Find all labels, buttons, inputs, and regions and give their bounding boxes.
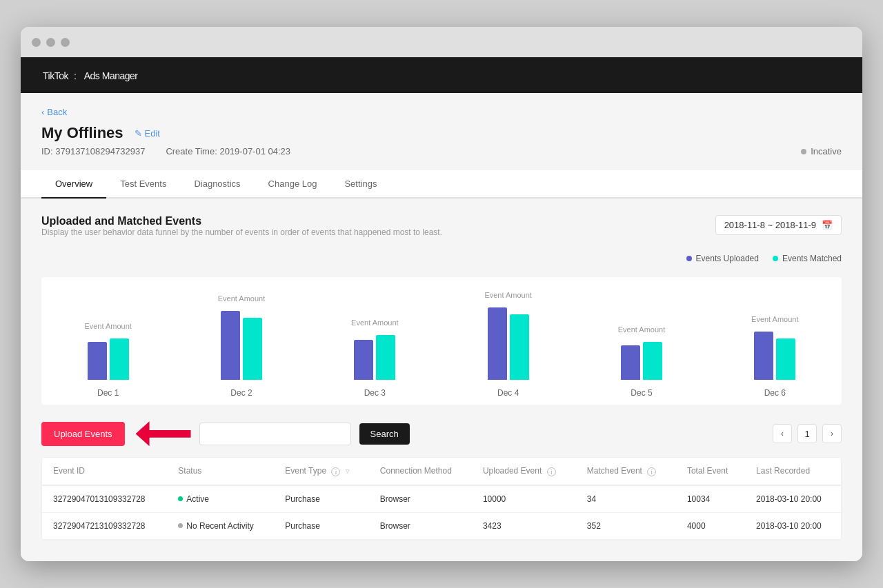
- chart-area: Event Amount Dec 1 Event Amount Dec 2 Ev…: [41, 277, 842, 405]
- chart-col-label-dec1: Event Amount: [84, 322, 132, 330]
- table-header-row: Event ID Status Event Type i ▿ Connectio…: [42, 458, 841, 485]
- status-label: Incative: [811, 146, 842, 156]
- bar-uploaded-dec1: [88, 342, 107, 380]
- chart-col-label-dec5: Event Amount: [618, 325, 666, 334]
- main-content: ‹ Back My Offlines ✎ Edit ID: 3791371082…: [21, 93, 862, 560]
- events-table: Event ID Status Event Type i ▿ Connectio…: [41, 457, 842, 540]
- day-label-dec1: Dec 1: [97, 388, 119, 398]
- inactive-dot-icon: [178, 523, 183, 528]
- cell-status-2: No Recent Activity: [167, 512, 274, 539]
- legend-uploaded-dot: [686, 256, 692, 261]
- topbar: TikTok: Ads Manager: [21, 57, 862, 93]
- app-window: TikTok: Ads Manager ‹ Back My Offlines ✎…: [21, 27, 862, 560]
- minimize-button[interactable]: [46, 38, 55, 47]
- cell-matched-2: 352: [576, 512, 676, 539]
- table-toolbar: Upload Events Search ‹ 1 ›: [41, 421, 842, 446]
- back-chevron-icon: ‹: [41, 107, 44, 117]
- bar-uploaded-dec6: [754, 332, 773, 380]
- page-meta: ID: 379137108294732937 Create Time: 2019…: [41, 146, 842, 156]
- page-title: My Offlines: [41, 124, 123, 142]
- page-meta-info: ID: 379137108294732937 Create Time: 2019…: [41, 146, 290, 156]
- day-label-dec3: Dec 3: [364, 388, 386, 398]
- cell-uploaded-1: 10000: [472, 485, 576, 513]
- chart-col-label-dec3: Event Amount: [351, 318, 399, 327]
- tab-diagnostics[interactable]: Diagnostics: [180, 170, 254, 199]
- bar-uploaded-dec3: [354, 340, 373, 380]
- status-badge: Incative: [801, 146, 842, 156]
- page-id: ID: 379137108294732937: [41, 146, 145, 156]
- chart-col-dec5: Event Amount Dec 5: [575, 325, 708, 398]
- bars-dec2: [221, 311, 262, 380]
- th-uploaded-event: Uploaded Event i: [472, 458, 576, 485]
- legend-matched: Events Matched: [773, 254, 842, 263]
- tab-settings[interactable]: Settings: [330, 170, 390, 199]
- tab-overview[interactable]: Overview: [41, 170, 106, 199]
- tab-test-events[interactable]: Test Events: [106, 170, 180, 199]
- bars-dec6: [754, 332, 795, 380]
- bar-matched-dec1: [110, 338, 129, 380]
- cell-total-2: 4000: [676, 512, 745, 539]
- table-row: 32729047213109332728 No Recent Activity …: [42, 512, 841, 539]
- search-button[interactable]: Search: [359, 423, 410, 445]
- chart-col-dec3: Event Amount Dec 3: [308, 318, 442, 398]
- page-prev-button[interactable]: ‹: [773, 424, 792, 443]
- date-picker[interactable]: 2018-11-8 ~ 2018-11-9 📅: [715, 215, 842, 235]
- bar-matched-dec4: [510, 314, 529, 380]
- cell-status-1: Active: [167, 485, 274, 513]
- calendar-icon: 📅: [822, 220, 833, 230]
- maximize-button[interactable]: [61, 38, 70, 47]
- inactive-status-2: No Recent Activity: [178, 521, 263, 531]
- page-next-button[interactable]: ›: [822, 424, 842, 443]
- bar-uploaded-dec4: [488, 307, 507, 380]
- chart-col-dec6: Event Amount Dec 6: [708, 315, 842, 398]
- pagination: ‹ 1 ›: [773, 424, 842, 443]
- arrow-indicator: [136, 421, 191, 446]
- legend-uploaded-label: Events Uploaded: [696, 254, 759, 263]
- page-number: 1: [797, 424, 817, 443]
- page-create-time: Create Time: 2019-07-01 04:23: [166, 146, 290, 156]
- close-button[interactable]: [32, 38, 41, 47]
- edit-icon: ✎: [135, 128, 142, 139]
- cell-connection-2: Browser: [369, 512, 472, 539]
- status-dot-icon: [801, 149, 806, 154]
- active-status-1: Active: [178, 494, 263, 504]
- event-type-filter-icon[interactable]: ▿: [346, 467, 350, 476]
- edit-link[interactable]: ✎ Edit: [135, 128, 160, 139]
- titlebar: [21, 27, 862, 57]
- back-link[interactable]: ‹ Back: [41, 107, 842, 117]
- bar-matched-dec2: [243, 318, 262, 380]
- day-label-dec6: Dec 6: [764, 388, 786, 398]
- tab-change-log[interactable]: Change Log: [255, 170, 331, 199]
- th-connection-method: Connection Method: [369, 458, 472, 485]
- day-label-dec4: Dec 4: [497, 388, 519, 398]
- th-last-recorded: Last Recorded: [745, 458, 841, 485]
- chart-section-left: Uploaded and Matched Events Display the …: [41, 215, 442, 248]
- date-range-value: 2018-11-8 ~ 2018-11-9: [724, 220, 816, 230]
- bar-matched-dec6: [776, 338, 795, 380]
- th-status: Status: [167, 458, 274, 485]
- brand-subtitle: : Ads Manager: [74, 70, 138, 81]
- brand-logo: TikTok: Ads Manager: [37, 68, 138, 83]
- bars-dec1: [88, 338, 129, 380]
- brand-name: TikTok: [43, 70, 68, 81]
- th-event-id: Event ID: [42, 458, 167, 485]
- bar-uploaded-dec5: [621, 345, 640, 380]
- cell-event-id-1: 32729047013109332728: [42, 485, 167, 513]
- cell-event-type-2: Purchase: [274, 512, 369, 539]
- legend-matched-dot: [773, 256, 778, 261]
- bar-matched-dec5: [643, 342, 662, 380]
- event-type-info-icon: i: [331, 467, 340, 476]
- cell-event-id-2: 32729047213109332728: [42, 512, 167, 539]
- upload-events-button[interactable]: Upload Events: [41, 422, 125, 446]
- page-header: My Offlines ✎ Edit: [41, 124, 842, 142]
- chart-col-label-dec2: Event Amount: [218, 294, 266, 303]
- th-matched-event: Matched Event i: [576, 458, 676, 485]
- bars-dec3: [354, 335, 395, 380]
- bar-uploaded-dec2: [221, 311, 240, 380]
- chart-col-dec4: Event Amount Dec 4: [442, 291, 575, 398]
- cell-uploaded-2: 3423: [472, 512, 576, 539]
- search-input[interactable]: [199, 423, 351, 445]
- chart-title: Uploaded and Matched Events: [41, 215, 442, 227]
- cell-recorded-2: 2018-03-10 20:00: [745, 512, 841, 539]
- cell-total-1: 10034: [676, 485, 745, 513]
